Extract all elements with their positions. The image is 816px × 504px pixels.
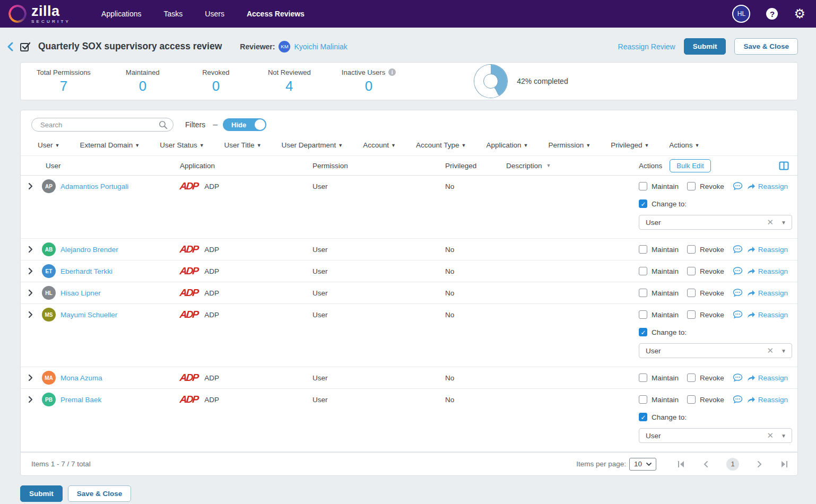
- filter-dropdown-application[interactable]: Application▼: [486, 141, 528, 149]
- select-caret-icon[interactable]: ▼: [781, 220, 786, 225]
- user-name-link[interactable]: Mona Azuma: [60, 374, 102, 382]
- next-page-icon[interactable]: [757, 460, 762, 468]
- maintain-checkbox[interactable]: [639, 373, 647, 382]
- reassign-link[interactable]: Reassign: [747, 183, 788, 190]
- nav-item-tasks[interactable]: Tasks: [164, 10, 183, 18]
- reassign-link[interactable]: Reassign: [747, 267, 788, 275]
- comment-icon[interactable]: [733, 395, 743, 404]
- last-page-icon[interactable]: [780, 460, 788, 468]
- filter-dropdown-privileged[interactable]: Privileged▼: [611, 141, 649, 149]
- filter-dropdown-permission[interactable]: Permission▼: [548, 141, 591, 149]
- filter-dropdown-user-status[interactable]: User Status▼: [160, 141, 204, 149]
- save-close-button[interactable]: Save & Close: [734, 38, 798, 55]
- clear-selection-icon[interactable]: ✕: [767, 431, 774, 440]
- filters-hide-toggle[interactable]: Hide: [223, 118, 266, 131]
- user-name-link[interactable]: Eberhardt Terkki: [60, 267, 112, 275]
- column-settings-icon[interactable]: [779, 161, 789, 172]
- application-name: ADP: [204, 289, 219, 297]
- filter-dropdown-user-department[interactable]: User Department▼: [282, 141, 343, 149]
- reviewer-name-link[interactable]: Kyoichi Maliniak: [294, 42, 347, 51]
- user-name-link[interactable]: Premal Baek: [60, 396, 101, 404]
- comment-icon[interactable]: [733, 267, 743, 275]
- revoke-checkbox[interactable]: [687, 245, 696, 254]
- reassign-link[interactable]: Reassign: [747, 311, 788, 319]
- back-chevron-icon[interactable]: [7, 42, 13, 51]
- search-input[interactable]: [39, 120, 159, 129]
- filter-dropdown-user-title[interactable]: User Title▼: [224, 141, 262, 149]
- row-expand-chevron-icon[interactable]: [28, 289, 42, 297]
- user-name-link[interactable]: Alejandro Brender: [60, 246, 118, 254]
- revoke-checkbox[interactable]: [687, 373, 696, 382]
- revoke-checkbox[interactable]: [687, 267, 696, 275]
- nav-item-access-reviews[interactable]: Access Reviews: [247, 10, 305, 18]
- sort-caret-icon[interactable]: ▼: [546, 163, 551, 168]
- row-expand-chevron-icon[interactable]: [28, 183, 42, 190]
- info-icon[interactable]: i: [388, 68, 396, 76]
- prev-page-icon[interactable]: [703, 460, 708, 468]
- first-page-icon[interactable]: [678, 460, 685, 468]
- change-to-select[interactable]: User ✕ ▼: [639, 215, 792, 230]
- maintain-checkbox[interactable]: [639, 310, 647, 319]
- comment-icon[interactable]: [733, 310, 743, 319]
- revoke-checkbox[interactable]: [687, 289, 696, 297]
- clear-selection-icon[interactable]: ✕: [767, 346, 774, 355]
- comment-icon[interactable]: [733, 182, 743, 190]
- current-page-button[interactable]: 1: [726, 458, 739, 471]
- settings-gear-icon[interactable]: ⚙: [794, 7, 805, 20]
- row-expand-chevron-icon[interactable]: [28, 246, 42, 253]
- filter-dropdown-external-domain[interactable]: External Domain▼: [80, 141, 140, 149]
- user-name-link[interactable]: Mayumi Schueller: [60, 311, 117, 319]
- search-box[interactable]: [31, 118, 173, 132]
- filter-dropdown-account-type[interactable]: Account Type▼: [416, 141, 466, 149]
- reassign-link[interactable]: Reassign: [747, 396, 788, 404]
- maintain-checkbox[interactable]: [639, 245, 647, 254]
- zilla-logo[interactable]: zilla SECURITY: [8, 4, 71, 24]
- user-avatar: ET: [42, 264, 56, 278]
- column-header-user[interactable]: User: [21, 162, 176, 170]
- select-caret-icon[interactable]: ▼: [781, 348, 786, 354]
- change-to-checkbox[interactable]: [639, 413, 647, 421]
- clear-selection-icon[interactable]: ✕: [767, 218, 774, 227]
- comment-icon[interactable]: [733, 245, 743, 254]
- column-header-application[interactable]: Application: [176, 162, 308, 170]
- filter-dropdown-actions[interactable]: Actions▼: [669, 141, 699, 149]
- row-expand-chevron-icon[interactable]: [28, 396, 42, 403]
- user-name-link[interactable]: Adamantios Portugali: [60, 183, 128, 190]
- user-avatar[interactable]: HL: [732, 5, 750, 23]
- filter-dropdown-user[interactable]: User▼: [38, 141, 59, 149]
- items-per-page-select[interactable]: 10: [629, 458, 656, 471]
- nav-item-applications[interactable]: Applications: [101, 10, 142, 18]
- nav-item-users[interactable]: Users: [205, 10, 224, 18]
- column-header-permission[interactable]: Permission: [308, 162, 441, 170]
- comment-icon[interactable]: [733, 373, 743, 382]
- maintain-checkbox[interactable]: [639, 289, 647, 297]
- bottom-submit-button[interactable]: Submit: [20, 485, 63, 502]
- change-to-select[interactable]: User ✕ ▼: [639, 428, 792, 443]
- revoke-checkbox[interactable]: [687, 395, 696, 404]
- comment-icon[interactable]: [733, 289, 743, 297]
- reassign-link[interactable]: Reassign: [747, 289, 788, 297]
- reassign-review-link[interactable]: Reassign Review: [618, 42, 675, 51]
- change-to-select[interactable]: User ✕ ▼: [639, 343, 792, 358]
- maintain-checkbox[interactable]: [639, 267, 647, 275]
- revoke-checkbox[interactable]: [687, 182, 696, 190]
- user-name-link[interactable]: Hisao Lipner: [60, 289, 101, 297]
- select-caret-icon[interactable]: ▼: [781, 433, 786, 439]
- help-icon[interactable]: ?: [766, 8, 778, 20]
- maintain-checkbox[interactable]: [639, 395, 647, 404]
- reassign-link[interactable]: Reassign: [747, 246, 788, 254]
- column-header-description[interactable]: Description▼: [502, 162, 635, 170]
- row-expand-chevron-icon[interactable]: [28, 311, 42, 318]
- row-expand-chevron-icon[interactable]: [28, 267, 42, 275]
- change-to-checkbox[interactable]: [639, 199, 647, 208]
- bottom-save-close-button[interactable]: Save & Close: [68, 485, 132, 502]
- reassign-link[interactable]: Reassign: [747, 374, 788, 382]
- maintain-checkbox[interactable]: [639, 182, 647, 190]
- revoke-checkbox[interactable]: [687, 310, 696, 319]
- bulk-edit-button[interactable]: Bulk Edit: [670, 159, 710, 172]
- submit-button[interactable]: Submit: [684, 38, 726, 55]
- filter-dropdown-account[interactable]: Account▼: [363, 141, 396, 149]
- column-header-privileged[interactable]: Privileged: [441, 162, 502, 170]
- row-expand-chevron-icon[interactable]: [28, 374, 42, 381]
- change-to-checkbox[interactable]: [639, 328, 647, 336]
